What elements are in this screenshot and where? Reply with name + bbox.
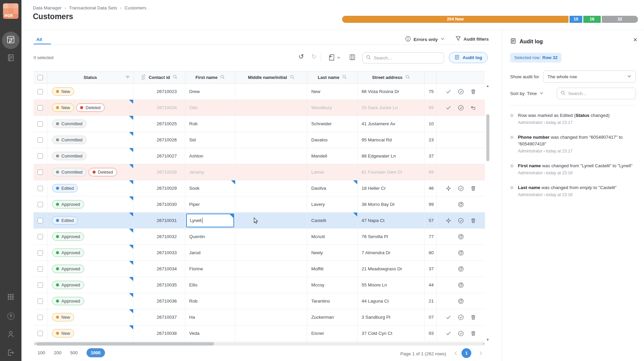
middle-name-cell[interactable] [235, 245, 307, 261]
column-header-contact-id[interactable]: Contact id [133, 72, 185, 83]
vertical-scrollbar[interactable]: ▲ ▼ [486, 84, 490, 342]
table-row[interactable]: New26710037HaZuckerman3 Sandburg Pl07 [34, 309, 485, 325]
clipped-cell[interactable]: 21 [425, 293, 437, 309]
close-icon[interactable]: × [633, 36, 637, 43]
clipped-cell[interactable]: 07 [425, 309, 437, 325]
status-cell[interactable]: Approved [47, 261, 133, 277]
row-checkbox[interactable] [38, 170, 43, 175]
status-cell[interactable]: NewDeleted [47, 100, 133, 116]
row-checkbox[interactable] [38, 186, 43, 191]
column-search-icon[interactable] [342, 75, 347, 80]
row-checkbox[interactable] [38, 218, 43, 223]
table-row[interactable]: Edited26710031LynellCastelli47 Napa Ct57 [34, 213, 485, 229]
last-name-cell[interactable]: Neely [307, 245, 358, 261]
contact-id-cell[interactable]: 26710034 [133, 261, 185, 277]
street-address-cell[interactable]: 47 Napa Ct [358, 213, 425, 228]
row-checkbox[interactable] [38, 250, 43, 256]
table-row[interactable]: Approved26710034FlorineMoffitt21 Meadowg… [34, 261, 485, 277]
clipped-cell[interactable]: 93 [425, 325, 437, 341]
current-page-button[interactable]: 1 [462, 348, 471, 358]
table-row[interactable]: Committed26710025RobSchneider41 Justamer… [34, 116, 485, 132]
contact-id-cell[interactable]: 26710036 [133, 293, 185, 309]
last-name-cell[interactable]: Tarantino [307, 293, 358, 309]
status-cell[interactable]: Committed [47, 116, 133, 132]
last-name-cell[interactable]: Lamar [307, 164, 358, 180]
status-cell[interactable]: New [47, 309, 133, 325]
table-row[interactable]: New26710023DrewNew66 Vista Rosina Dr75 [34, 84, 485, 100]
undo-icon[interactable] [470, 105, 476, 111]
last-name-cell[interactable]: New [307, 84, 358, 99]
first-name-cell[interactable]: Jarod [185, 245, 235, 261]
row-select-cell[interactable] [34, 116, 47, 132]
clipped-cell[interactable]: 77 [425, 229, 437, 244]
row-select-cell[interactable] [34, 213, 47, 228]
first-name-edit-input[interactable]: Lynell [186, 214, 234, 227]
middle-name-cell[interactable] [235, 277, 307, 293]
last-name-cell[interactable]: Moffitt [307, 261, 358, 277]
first-name-cell[interactable]: Otto [185, 100, 235, 116]
errors-only-filter[interactable]: Errors only [405, 36, 445, 43]
street-address-cell[interactable]: 3 Sandburg Pl [358, 309, 425, 325]
column-header-street-address[interactable]: Street address [358, 72, 425, 83]
contact-id-cell[interactable]: 26710031 [133, 213, 185, 228]
sidebar-item-datasets[interactable] [2, 32, 19, 49]
trash-icon[interactable] [470, 89, 476, 95]
first-name-cell[interactable]: Ashton [185, 148, 235, 164]
trash-icon[interactable] [470, 218, 476, 224]
horizontal-scrollbar[interactable]: ‹ › [34, 342, 485, 346]
status-cell[interactable]: Approved [47, 293, 133, 309]
row-select-cell[interactable] [34, 261, 47, 277]
middle-name-cell[interactable] [235, 293, 307, 309]
history-icon[interactable] [458, 298, 464, 304]
row-checkbox[interactable] [38, 282, 43, 288]
breadcrumb-item[interactable]: Transactional Data Sets [69, 5, 117, 10]
clipped-cell[interactable]: 37 [425, 261, 437, 277]
status-cell[interactable]: Edited [47, 180, 133, 196]
page-size-200[interactable]: 200 [54, 350, 62, 355]
history-icon[interactable] [458, 282, 464, 288]
row-checkbox[interactable] [38, 105, 43, 110]
last-name-cell[interactable]: Mandell [307, 148, 358, 164]
row-checkbox[interactable] [38, 266, 43, 272]
next-page-icon[interactable] [478, 350, 484, 356]
select-all-cell[interactable] [34, 72, 47, 83]
redo-icon[interactable]: ↻ [311, 53, 317, 60]
middle-name-cell[interactable] [235, 196, 307, 212]
history-icon[interactable] [458, 234, 464, 240]
columns-icon[interactable] [349, 54, 356, 61]
column-header-last-name[interactable]: Last name [307, 72, 358, 83]
street-address-cell[interactable]: 55 Moore Ln [358, 277, 425, 293]
street-address-cell[interactable]: 61 Fountain Glen Ct [358, 164, 425, 180]
status-cell[interactable]: Edited [47, 213, 133, 228]
contact-id-cell[interactable]: 26710023 [133, 84, 185, 99]
scroll-right-icon[interactable]: › [483, 341, 484, 346]
sidebar-item-logout[interactable] [7, 349, 15, 357]
first-name-cell[interactable]: Piper [185, 196, 235, 212]
street-address-cell[interactable]: 7 Almendra Dr [358, 245, 425, 261]
scroll-down-icon[interactable]: ▼ [486, 338, 490, 342]
column-search-icon[interactable] [290, 75, 294, 80]
clipped-cell[interactable]: 85 [425, 100, 437, 116]
row-checkbox[interactable] [38, 153, 43, 159]
table-row[interactable]: NewDeleted26710024OttoWoodbury25 Sack Ju… [34, 100, 485, 116]
middle-name-cell[interactable] [235, 116, 307, 132]
row-select-cell[interactable] [34, 164, 47, 180]
row-select-cell[interactable] [34, 100, 47, 116]
table-row[interactable]: Approved26710033JarodNeely7 Almendra Dr8… [34, 245, 485, 261]
history-icon[interactable] [458, 201, 464, 208]
filter-lines-icon[interactable] [125, 75, 130, 81]
table-row[interactable]: CommittedDeleted26710028JeramyLamar61 Fo… [34, 164, 485, 180]
street-address-cell[interactable]: 38 Morro Bay Dr [358, 196, 425, 212]
last-name-cell[interactable]: Dasilva [307, 180, 358, 196]
last-name-cell[interactable]: Zuckerman [307, 309, 358, 325]
middle-name-cell[interactable] [235, 261, 307, 277]
status-cell[interactable]: Approved [47, 229, 133, 244]
sidebar-item-apps[interactable] [7, 294, 15, 302]
row-checkbox[interactable] [38, 234, 43, 239]
middle-name-cell[interactable] [235, 164, 307, 180]
contact-id-cell[interactable]: 26710032 [133, 229, 185, 244]
contact-id-cell[interactable]: 26710028 [133, 164, 185, 180]
check-icon[interactable] [445, 105, 451, 111]
sidebar-item-help[interactable]: ? [7, 312, 15, 320]
first-name-cell[interactable]: Sid [185, 132, 235, 148]
